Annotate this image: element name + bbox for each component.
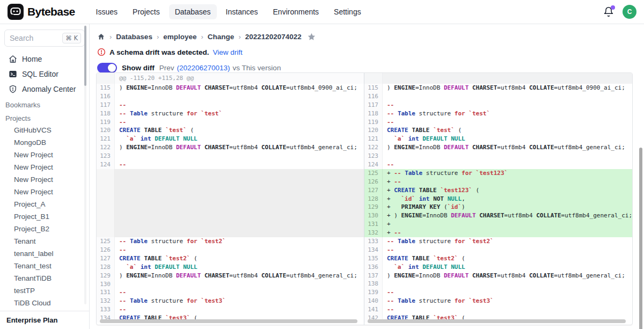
- diff-line: 141--: [364, 305, 632, 314]
- sidebar-section-bookmarks: Bookmarks: [0, 97, 89, 111]
- sidebar-project-item[interactable]: New Project: [0, 161, 89, 173]
- sidebar-item-label: Home: [22, 55, 42, 63]
- diff-pane-current: 115) ENGINE=InnoDB DEFAULT CHARSET=utf8m…: [364, 73, 632, 325]
- bytebase-logo-icon: [8, 4, 24, 20]
- line-number: 124: [364, 160, 383, 169]
- sidebar-project-item[interactable]: TenantTiDB: [0, 272, 89, 284]
- sidebar-project-item[interactable]: New Project: [0, 149, 89, 161]
- search-box: ⌘ K: [4, 30, 85, 47]
- diff-line: 119--: [97, 118, 364, 127]
- sidebar-item-anomaly-center[interactable]: Anomaly Center: [3, 82, 86, 96]
- view-drift-link[interactable]: View drift: [213, 48, 243, 56]
- breadcrumb-item-change[interactable]: Change: [208, 33, 235, 41]
- sidebar-project-item[interactable]: MongoDB: [0, 136, 89, 149]
- line-number: 118: [364, 109, 383, 118]
- sidebar-project-item[interactable]: Tenant_test: [0, 260, 89, 272]
- breadcrumb-item-employee[interactable]: employee: [163, 33, 196, 41]
- sidebar-project-item[interactable]: New Project: [0, 173, 89, 186]
- line-number: 138: [364, 280, 383, 288]
- diff-line: 135CREATE TABLE `test2` (: [364, 254, 632, 263]
- breadcrumb-home-icon[interactable]: [97, 33, 105, 41]
- sidebar-item-sql-editor[interactable]: SQL Editor: [3, 67, 86, 81]
- sidebar-project-item[interactable]: Project_B2: [0, 223, 89, 235]
- sidebar: ⌘ K Home SQL Editor: [0, 24, 90, 329]
- line-number: 127: [364, 186, 383, 195]
- nav-item-instances[interactable]: Instances: [220, 4, 264, 19]
- diff-line: 128 `a` int DEFAULT NULL: [97, 263, 364, 272]
- nav-item-issues[interactable]: Issues: [90, 4, 123, 19]
- home-icon: [9, 55, 17, 63]
- sidebar-project-item[interactable]: Project_B1: [0, 210, 89, 223]
- diff-gap: [97, 169, 364, 237]
- line-number: 139: [364, 288, 383, 297]
- nav-item-settings[interactable]: Settings: [328, 4, 367, 19]
- line-number: 126: [364, 178, 383, 186]
- breadcrumb-separator: ›: [109, 33, 112, 41]
- notification-badge: [611, 5, 615, 10]
- prev-version-link[interactable]: (202206270013): [177, 64, 230, 72]
- nav-item-projects[interactable]: Projects: [127, 4, 166, 19]
- line-number: 137: [364, 272, 383, 280]
- diff-line-added: 125+ -- Table structure for `test123`: [364, 169, 632, 178]
- sidebar-scrollbar-thumb[interactable]: [84, 26, 86, 86]
- sidebar-project-item[interactable]: GitHubVCS: [0, 124, 89, 136]
- line-number: 136: [364, 263, 383, 272]
- sidebar-item-home[interactable]: Home: [3, 52, 86, 66]
- sidebar-project-item[interactable]: New Project: [0, 186, 89, 198]
- line-number: 120: [364, 126, 383, 135]
- diff-line-added: 130+ ) ENGINE=InnoDB DEFAULT CHARSET=utf…: [364, 211, 632, 220]
- sidebar-project-item[interactable]: Project_A: [0, 198, 89, 210]
- line-number: 130: [97, 280, 115, 289]
- diff-line: 117--: [364, 101, 632, 109]
- line-number: 128: [97, 263, 115, 272]
- show-diff-toggle[interactable]: [97, 63, 117, 73]
- line-number: 131: [364, 220, 383, 229]
- prev-label: Prev: [159, 64, 174, 72]
- search-shortcut-kbd: ⌘ K: [62, 33, 81, 43]
- sidebar-project-item[interactable]: tenant_label: [0, 247, 89, 260]
- line-number: 119: [97, 118, 115, 127]
- diff-line: 138: [364, 280, 632, 288]
- line-number: 131: [97, 288, 115, 297]
- search-input[interactable]: [10, 34, 53, 42]
- diff-line: 120CREATE TABLE `test` (: [97, 126, 364, 135]
- diff-line: 124--: [364, 160, 632, 169]
- main-content: ›Databases›employee›Change›2022120207402…: [90, 24, 644, 329]
- bookmark-star-icon[interactable]: [307, 32, 316, 41]
- horizontal-scrollbar-right[interactable]: [368, 319, 626, 323]
- line-number: 130: [364, 211, 383, 220]
- avatar[interactable]: C: [623, 5, 636, 19]
- diff-line-added: 131+: [364, 220, 632, 229]
- diff-line-added: 126+ --: [364, 178, 632, 186]
- line-number: 141: [364, 305, 383, 314]
- sidebar-project-item[interactable]: Tenant: [0, 235, 89, 247]
- diff-line: 116: [97, 92, 364, 101]
- diff-line-added: 129+ PRIMARY KEY (`id`): [364, 203, 632, 211]
- diff-line: 134--: [364, 246, 632, 254]
- diff-line: 129) ENGINE=InnoDB DEFAULT CHARSET=utf8m…: [97, 272, 364, 280]
- schema-drift-alert: A schema drift was detected. View drift: [97, 47, 644, 57]
- diff-line: 115) ENGINE=InnoDB DEFAULT CHARSET=utf8m…: [97, 84, 364, 92]
- page-scrollbar-thumb[interactable]: [639, 148, 642, 329]
- brand-name: Bytebase: [27, 5, 75, 18]
- line-number: 119: [364, 118, 383, 127]
- sidebar-project-item[interactable]: TiDB Cloud: [0, 297, 89, 309]
- line-number: 132: [97, 297, 115, 305]
- diff-line: 139--: [364, 288, 632, 297]
- breadcrumb-item-databases[interactable]: Databases: [116, 33, 152, 41]
- alert-text: A schema drift was detected.: [109, 48, 209, 56]
- vs-this-version-label: vs This version: [233, 64, 281, 72]
- show-diff-label: Show diff: [122, 64, 155, 72]
- line-number: 129: [364, 203, 383, 211]
- sidebar-project-item[interactable]: testTP: [0, 284, 89, 297]
- diff-line: 125-- Table structure for `test2`: [97, 237, 364, 246]
- terminal-icon: [9, 70, 17, 78]
- nav-item-environments[interactable]: Environments: [267, 4, 325, 19]
- brand[interactable]: Bytebase: [8, 4, 75, 20]
- horizontal-scrollbar-left[interactable]: [100, 319, 357, 323]
- nav-item-databases[interactable]: Databases: [169, 4, 217, 19]
- notification-bell-icon[interactable]: [603, 6, 614, 17]
- diff-line: 118-- Table structure for `test`: [364, 109, 632, 118]
- hunk-header-row: [364, 73, 632, 84]
- line-number: 123: [97, 152, 115, 160]
